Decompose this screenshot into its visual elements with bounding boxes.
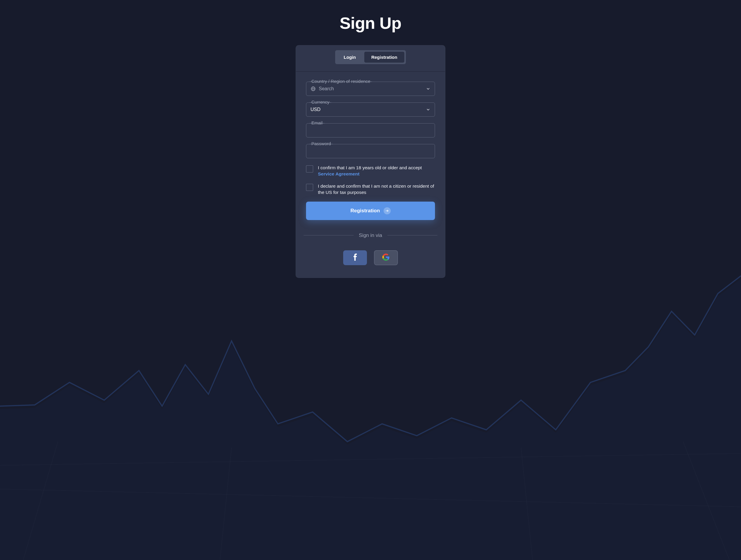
background-chart-decoration	[0, 252, 741, 560]
divider-label: Sign in via	[359, 233, 382, 238]
currency-select[interactable]: USD	[306, 102, 435, 117]
password-label: Password	[310, 141, 333, 146]
signup-card: Login Registration Country / Region of r…	[295, 45, 446, 278]
password-input[interactable]	[311, 149, 430, 154]
submit-label: Registration	[350, 208, 380, 214]
email-input[interactable]	[311, 128, 430, 133]
country-field: Country / Region of residence	[306, 82, 435, 96]
us-declaration-text: I declare and confirm that I am not a ci…	[318, 183, 435, 196]
tab-login[interactable]: Login	[337, 52, 363, 63]
svg-line-2	[23, 442, 58, 560]
registration-submit-button[interactable]: Registration	[306, 202, 435, 220]
country-label: Country / Region of residence	[310, 79, 372, 84]
chevron-down-icon	[426, 107, 430, 112]
currency-value: USD	[311, 107, 321, 112]
auth-tabs: Login Registration	[335, 50, 406, 64]
tab-registration[interactable]: Registration	[364, 52, 405, 63]
email-field: Email	[306, 123, 435, 138]
country-select[interactable]	[306, 82, 435, 96]
arrow-right-icon	[384, 207, 391, 214]
google-signin-button[interactable]	[374, 250, 398, 265]
globe-icon	[311, 86, 316, 91]
svg-line-0	[0, 454, 741, 465]
us-declaration-checkbox[interactable]	[306, 184, 313, 191]
svg-line-4	[521, 448, 533, 560]
svg-line-3	[220, 448, 231, 560]
password-field: Password	[306, 144, 435, 158]
page-title: Sign Up	[340, 13, 401, 33]
chevron-down-icon	[426, 86, 430, 91]
svg-line-1	[0, 489, 741, 507]
agreement-checkbox[interactable]	[306, 165, 313, 172]
svg-line-5	[683, 442, 729, 560]
facebook-icon	[353, 254, 357, 262]
agreement-row: I confirm that I am 18 years old or olde…	[306, 165, 435, 177]
country-search-input[interactable]	[319, 86, 426, 91]
google-icon	[382, 254, 390, 262]
us-declaration-row: I declare and confirm that I am not a ci…	[306, 183, 435, 196]
service-agreement-link[interactable]: Service Agreement	[318, 171, 359, 176]
currency-label: Currency	[310, 99, 331, 104]
social-divider: Sign in via	[304, 233, 437, 238]
agreement-prefix: I confirm that I am 18 years old or olde…	[318, 165, 422, 170]
currency-field: Currency USD	[306, 102, 435, 117]
agreement-text: I confirm that I am 18 years old or olde…	[318, 165, 435, 177]
email-label: Email	[310, 120, 325, 125]
facebook-signin-button[interactable]	[343, 250, 367, 265]
